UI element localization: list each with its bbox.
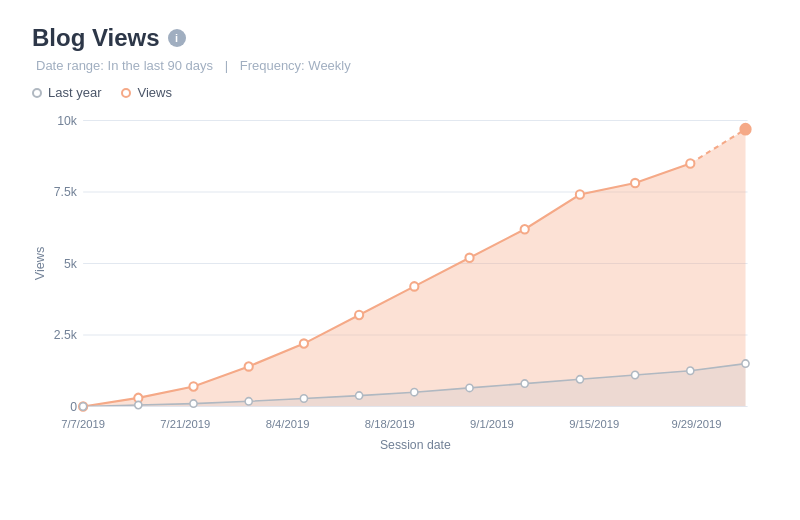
last-year-label: Last year bbox=[48, 85, 101, 100]
legend-views: Views bbox=[121, 85, 171, 100]
views-point-3 bbox=[245, 362, 253, 370]
views-point-12 bbox=[740, 124, 750, 135]
views-point-9 bbox=[576, 190, 584, 198]
y-label-0: 0 bbox=[70, 400, 77, 414]
chart-svg: 10k 7.5k 5k 2.5k 0 Views 7/7/2019 7/21/2… bbox=[32, 110, 768, 470]
views-point-4 bbox=[300, 339, 308, 347]
subtitle-separator: | bbox=[225, 58, 228, 73]
ly-point-6 bbox=[411, 388, 418, 395]
views-point-2 bbox=[189, 382, 197, 390]
ly-point-9 bbox=[576, 376, 583, 383]
last-year-dot bbox=[32, 88, 42, 98]
views-fill-area bbox=[83, 129, 745, 406]
y-label-5000: 5k bbox=[64, 257, 78, 271]
x-label-7: 9/29/2019 bbox=[671, 417, 721, 429]
ly-point-4 bbox=[300, 395, 307, 402]
views-label: Views bbox=[137, 85, 171, 100]
y-axis-title: Views bbox=[33, 247, 47, 281]
ly-point-5 bbox=[356, 392, 363, 399]
views-point-7 bbox=[465, 254, 473, 262]
ly-point-12 bbox=[742, 360, 749, 367]
ly-point-2 bbox=[190, 400, 197, 407]
ly-point-8 bbox=[521, 380, 528, 387]
x-label-3: 8/4/2019 bbox=[266, 417, 310, 429]
info-icon[interactable]: i bbox=[168, 29, 186, 47]
ly-point-11 bbox=[687, 367, 694, 374]
x-label-1: 7/7/2019 bbox=[61, 417, 105, 429]
y-label-10k: 10k bbox=[57, 114, 77, 128]
x-axis-title: Session date bbox=[380, 438, 451, 452]
y-label-7500: 7.5k bbox=[54, 185, 78, 199]
y-label-2500: 2.5k bbox=[54, 328, 78, 342]
date-range-label: Date range: In the last 90 days bbox=[36, 58, 213, 73]
x-label-5: 9/1/2019 bbox=[470, 417, 514, 429]
views-dot bbox=[121, 88, 131, 98]
ly-point-10 bbox=[632, 371, 639, 378]
chart-area: 10k 7.5k 5k 2.5k 0 Views 7/7/2019 7/21/2… bbox=[32, 110, 768, 470]
views-point-6 bbox=[410, 282, 418, 290]
views-point-8 bbox=[521, 225, 529, 233]
x-label-2: 7/21/2019 bbox=[160, 417, 210, 429]
ly-point-7 bbox=[466, 384, 473, 391]
legend-last-year: Last year bbox=[32, 85, 101, 100]
x-label-6: 9/15/2019 bbox=[569, 417, 619, 429]
chart-subtitle: Date range: In the last 90 days | Freque… bbox=[32, 58, 768, 73]
views-point-5 bbox=[355, 311, 363, 319]
ly-point-0 bbox=[80, 403, 87, 410]
x-label-4: 8/18/2019 bbox=[365, 417, 415, 429]
views-point-11 bbox=[686, 159, 694, 167]
chart-legend: Last year Views bbox=[32, 85, 768, 100]
frequency-label: Frequency: Weekly bbox=[240, 58, 351, 73]
views-point-10 bbox=[631, 179, 639, 187]
ly-point-3 bbox=[245, 398, 252, 405]
ly-point-1 bbox=[135, 401, 142, 408]
chart-title: Blog Views bbox=[32, 24, 160, 52]
chart-header: Blog Views i bbox=[32, 24, 768, 52]
